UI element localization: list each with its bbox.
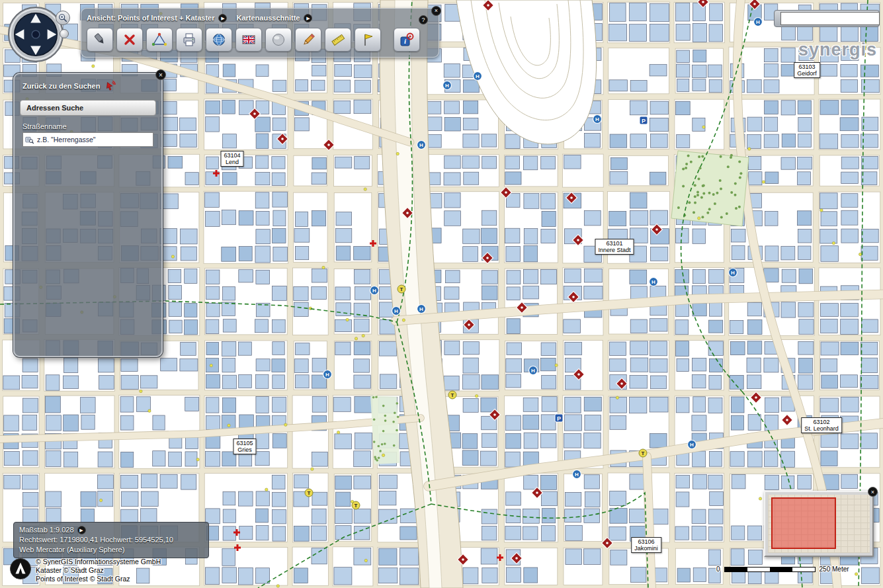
street-search-icon: [25, 136, 34, 144]
overview-viewport[interactable]: [771, 497, 836, 549]
transit-stop-marker[interactable]: H: [443, 81, 452, 90]
toolbar-close-button[interactable]: ×: [431, 6, 441, 16]
address-search-panel: × Zurück zu den Suchen Adressen Suche St…: [13, 73, 163, 357]
tram-stop-marker[interactable]: T: [352, 501, 360, 509]
scalebar-graphic: [724, 567, 816, 572]
transit-stop-marker[interactable]: H: [754, 18, 763, 26]
measure-area-icon: [151, 32, 167, 48]
scale-bar: 0 250 Meter: [716, 566, 849, 573]
parking-marker[interactable]: P: [555, 414, 563, 422]
map-extents-button[interactable]: ▶: [304, 14, 312, 22]
svg-text:H: H: [419, 142, 423, 148]
panel-header: Zurück zu den Suchen: [15, 74, 161, 95]
copyright-line-3: Points of Interest © Stadt Graz: [36, 575, 161, 583]
tool-sphere-3d-button[interactable]: [265, 28, 292, 52]
svg-text:P: P: [557, 415, 561, 422]
svg-text:H: H: [372, 288, 376, 294]
transit-stop-marker[interactable]: H: [392, 307, 401, 315]
svg-text:T: T: [642, 450, 645, 456]
address-search-header[interactable]: Adressen Suche: [20, 100, 156, 116]
tram-stop-marker[interactable]: T: [639, 449, 647, 457]
transit-stop-marker[interactable]: H: [729, 269, 737, 277]
search-pointer-icon: [104, 80, 116, 92]
search-bar: [774, 10, 880, 27]
scalebar-end-label: 250 Meter: [820, 566, 849, 573]
tram-stop-marker[interactable]: T: [305, 489, 313, 497]
svg-text:H: H: [756, 19, 760, 25]
transit-stop-marker[interactable]: H: [650, 278, 658, 286]
svg-text:T: T: [451, 392, 454, 398]
svg-text:H: H: [595, 116, 599, 122]
street-name-input[interactable]: [36, 135, 151, 144]
tool-measure-distance-button[interactable]: [325, 28, 351, 52]
synergis-footer-logo: [9, 558, 32, 580]
view-cycle-button[interactable]: ▶: [218, 14, 227, 22]
back-to-searches-link[interactable]: Zurück zu den Suchen: [22, 82, 100, 90]
zoom-slider-knob[interactable]: [60, 29, 69, 38]
transit-stop-marker[interactable]: H: [529, 366, 538, 375]
tool-measure-area-button[interactable]: [146, 28, 173, 52]
copyright-block: © SynerGIS Informationssysteme GmbH Kata…: [9, 558, 161, 583]
scale-indicator: Maßstab 1:9.028: [19, 525, 74, 535]
transit-stop-marker[interactable]: H: [573, 470, 581, 479]
tool-language-english-button[interactable]: [235, 28, 262, 52]
transit-stop-marker[interactable]: H: [688, 441, 696, 449]
transit-stop-marker[interactable]: H: [474, 72, 482, 81]
svg-text:H: H: [394, 308, 398, 314]
overview-map: ×: [764, 491, 874, 557]
redline-delete-icon: [122, 32, 138, 48]
redline-marker-icon: [92, 32, 108, 48]
language-english-icon: [241, 32, 257, 48]
svg-text:H: H: [419, 306, 423, 312]
toolbar-titlebar: Ansicht: Points of Interest + Kataster ▶…: [87, 11, 433, 24]
transit-stop-marker[interactable]: H: [417, 141, 426, 149]
overview-close-button[interactable]: ×: [868, 487, 878, 497]
svg-text:H: H: [652, 279, 655, 285]
synergis-logo: synergis: [798, 40, 877, 60]
svg-text:H: H: [575, 472, 579, 478]
street-name-field: [22, 132, 153, 147]
tool-identify-info-button[interactable]: i: [394, 28, 420, 52]
tool-print-button[interactable]: [176, 28, 202, 52]
map-extents-title: Kartenausschnitte: [236, 14, 300, 22]
copyright-line-2: Kataster © Stadt Graz: [36, 566, 161, 575]
tool-redline-marker-button[interactable]: [87, 28, 113, 52]
toolbar: Ansicht: Points of Interest + Kataster ▶…: [81, 8, 439, 58]
transit-stop-marker[interactable]: H: [593, 115, 602, 124]
view-title: Ansicht: Points of Interest + Kataster: [87, 14, 214, 22]
tool-draw-pencil-button[interactable]: [295, 28, 321, 52]
draw-pencil-icon: [300, 32, 316, 48]
globe-icon: [211, 32, 227, 48]
panel-close-button[interactable]: ×: [155, 69, 166, 80]
parking-marker[interactable]: P: [640, 116, 648, 124]
tram-stop-marker[interactable]: T: [448, 391, 456, 399]
tool-redline-delete-button[interactable]: [116, 28, 143, 52]
tool-globe-button[interactable]: [206, 28, 232, 52]
transit-stop-marker[interactable]: H: [323, 370, 332, 379]
identify-info-icon: i: [399, 32, 415, 48]
tool-set-flag-button[interactable]: [355, 28, 381, 52]
transit-stop-marker[interactable]: H: [370, 286, 379, 295]
status-bar: Maßstab 1:9.028 ▶ Rechtswert: 1719800,41…: [13, 522, 209, 558]
copyright-line-1: © SynerGIS Informationssysteme GmbH: [36, 558, 161, 566]
overview-map-image: [768, 495, 870, 553]
street-name-label: Straßenname: [22, 122, 153, 130]
transit-stop-marker[interactable]: H: [417, 305, 426, 314]
sphere-3d-icon: [271, 32, 286, 48]
svg-text:T: T: [308, 490, 311, 496]
svg-text:P: P: [642, 118, 646, 124]
scale-select-button[interactable]: ▶: [77, 526, 86, 534]
svg-text:H: H: [325, 372, 329, 378]
set-flag-icon: [360, 32, 376, 48]
toolbar-help-button[interactable]: ?: [419, 15, 428, 24]
scalebar-start-label: 0: [716, 566, 720, 573]
svg-text:H: H: [531, 368, 535, 374]
search-input[interactable]: [780, 12, 880, 25]
svg-text:H: H: [731, 270, 735, 276]
zoom-window-button[interactable]: [56, 11, 70, 25]
tram-stop-marker[interactable]: T: [398, 285, 405, 293]
svg-text:T: T: [355, 503, 358, 509]
webgis-application: HHHHHHHHHHHHHHTTTTTPP 63103Geidorf63104L…: [0, 0, 883, 588]
svg-text:H: H: [476, 73, 480, 79]
projection-indicator: Web Mercator (Auxiliary Sphere): [19, 545, 203, 555]
